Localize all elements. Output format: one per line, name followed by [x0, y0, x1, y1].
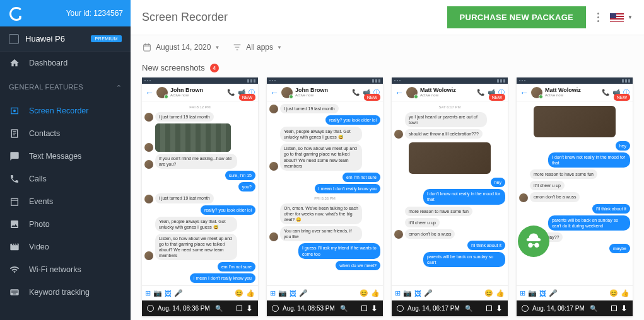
sidebar-header: Your id: 1234567 [0, 0, 131, 26]
nav-photo[interactable]: Photo [0, 213, 131, 236]
chat-input-bar: ⊞📷🖼🎤😊👍 [267, 285, 383, 300]
emoji-icon: 😊 [609, 289, 618, 297]
contact-status: Active now [170, 93, 203, 97]
message-bubble: I don't know not really in the mood for … [423, 189, 505, 204]
message-row: Listen, so how about we meet up and go t… [269, 144, 380, 170]
phone-icon [9, 174, 20, 184]
nav-text-messages[interactable]: Text Messages [0, 145, 131, 168]
search-icon[interactable]: 🔍 [590, 305, 597, 312]
clipboard-icon [9, 129, 20, 139]
message-row: really? you look older lol [144, 205, 255, 215]
contact-name: John Brown [170, 88, 203, 93]
search-icon[interactable]: 🔍 [340, 305, 348, 312]
message-bubble: Yeah, people always say that. Got unluck… [155, 217, 237, 232]
gallery-icon: 🖼 [290, 290, 296, 297]
download-icon[interactable]: ⬇ [246, 304, 253, 313]
message-bubble: more reason to have some fun [405, 207, 472, 216]
message-bubble: sure, I'm 15 [225, 171, 255, 180]
message-row: Yeah, people always say that. Got unluck… [144, 217, 255, 232]
message-row: em I'm not sure [269, 173, 380, 182]
contact-status: Active now [295, 93, 328, 97]
nav-screen-recorder[interactable]: Screen Recorder [0, 100, 131, 122]
clock-icon [397, 305, 404, 312]
checkbox[interactable] [611, 306, 617, 311]
avatar [281, 87, 293, 98]
user-id: Your id: 1234567 [66, 9, 123, 18]
purchase-button[interactable]: PURCHASE NEW PACKAGE [447, 6, 587, 28]
message-row: you? [144, 182, 255, 191]
phone-status-bar [142, 77, 258, 84]
flag-us-icon[interactable] [610, 13, 624, 22]
download-icon[interactable]: ⬇ [621, 304, 628, 313]
app-filter[interactable]: All apps ▼ [232, 42, 282, 52]
checkbox[interactable] [237, 306, 242, 311]
message-bubble: cmon don't be a wuss [405, 229, 455, 239]
message-bubble: Oh, cmon. We've been talking to each oth… [280, 203, 362, 224]
message-row: Yeah, people always say that. Got unluck… [269, 127, 380, 142]
date-picker[interactable]: August 14, 2020 ▼ [142, 42, 220, 52]
chevron-down-icon[interactable]: ▼ [628, 14, 633, 20]
nav-dashboard[interactable]: Dashboard [0, 52, 131, 74]
download-icon[interactable]: ⬇ [371, 304, 378, 313]
screenshot-card[interactable]: NEW←John BrownActive now📞📹ⓘFRI 8:12 PMI … [142, 77, 258, 316]
screenshot-card[interactable]: NEW←Matt WolowizActive now📞📹ⓘSAT 6:17 PM… [392, 77, 508, 316]
screenshot-card[interactable]: NEW←Matt WolowizActive now📞📹ⓘheyI don't … [517, 77, 633, 316]
message-bubble: cmon don't be a wuss [530, 192, 580, 202]
svg-point-0 [13, 110, 16, 112]
image-icon [9, 219, 20, 229]
screenshot-card[interactable]: NEW←John BrownActive now📞📹ⓘI just turned… [267, 77, 383, 316]
premium-badge: PREMIUM [91, 35, 122, 42]
gallery-icon: 🖼 [414, 290, 421, 297]
timestamp: SAT 6:17 PM [394, 105, 505, 109]
nav-video[interactable]: Video [0, 236, 131, 258]
nav-keyword-tracking[interactable]: Keyword tracking [0, 281, 131, 304]
mic-icon: 🎤 [424, 289, 433, 297]
message-row: more reason to have some fun [519, 169, 630, 179]
camera-icon: 📷 [153, 289, 162, 297]
message-bubble: Listen, so how about we meet up and go t… [280, 144, 362, 170]
more-menu-icon[interactable] [592, 8, 604, 27]
message-bubble: I mean I don't really know you [190, 273, 255, 283]
screenshot-timestamp: Aug. 14, 08:36 PM [158, 305, 210, 312]
section-general-features[interactable]: GENERAL FEATURES ⌄ [0, 74, 131, 100]
avatar [531, 87, 542, 98]
video-icon [9, 242, 20, 252]
back-icon: ← [145, 88, 154, 98]
call-icon: 📞 [227, 89, 235, 96]
message-bubble: when do we meet? [336, 261, 380, 270]
nav-contacts[interactable]: Contacts [0, 122, 131, 145]
apps-icon: ⊞ [395, 289, 401, 297]
nav-events[interactable]: Events [0, 190, 131, 213]
message-row: more reason to have some fun [394, 207, 505, 216]
download-icon[interactable]: ⬇ [496, 304, 503, 313]
message-row: I just turned 19 last month [144, 112, 255, 122]
nav-wifi[interactable]: Wi-Fi networks [0, 258, 131, 281]
message-row: should we throw a lil celebration??? [394, 129, 505, 139]
checkbox[interactable] [486, 306, 492, 311]
device-selector[interactable]: Huawei P6 PREMIUM [0, 26, 131, 52]
contact-name: Matt Wolowiz [420, 88, 456, 93]
message-bubble: You can bring over some friends, if you … [280, 226, 362, 241]
chat-body: I just turned 19 last monthreally? you l… [267, 101, 383, 285]
checkbox[interactable] [361, 306, 367, 311]
nav-calls[interactable]: Calls [0, 168, 131, 190]
message-icon [9, 151, 20, 161]
timestamp: FRI 8:53 PM [269, 197, 380, 200]
thumb-icon: 👍 [371, 289, 380, 297]
search-icon[interactable]: 🔍 [465, 305, 472, 312]
message-bubble: parents will be back on sunday so can't … [548, 215, 630, 231]
assistant-button[interactable] [518, 226, 549, 257]
screenshot-footer: Aug. 14, 06:17 PM🔍⬇ [517, 300, 633, 316]
message-row: cmon don't be a wuss [519, 192, 630, 202]
new-badge: NEW [364, 94, 380, 101]
chevron-up-icon: ⌄ [116, 83, 122, 91]
phone-status-bar [517, 77, 633, 84]
call-icon: 📞 [352, 89, 360, 96]
search-icon[interactable]: 🔍 [215, 305, 223, 312]
chevron-down-icon: ▼ [277, 45, 282, 50]
message-bubble: really? you look older lol [201, 205, 255, 215]
avatar [406, 87, 418, 98]
chat-input-bar: ⊞📷🖼🎤😊👍 [392, 285, 508, 300]
avatar [144, 251, 153, 260]
mic-icon: 🎤 [174, 289, 183, 297]
